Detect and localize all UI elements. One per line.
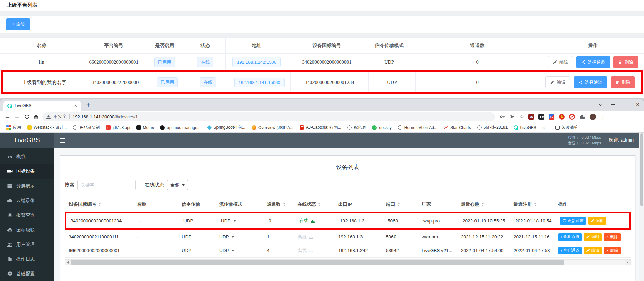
horizontal-scrollbar[interactable] (65, 259, 631, 265)
app-logo[interactable]: LiveGBS (0, 133, 54, 148)
bookmark-item[interactable]: AJ-Captcha: 行为... (296, 125, 344, 130)
bookmark-item[interactable]: Star Charts (440, 125, 474, 130)
col-header-sortable[interactable]: 在线状态 (293, 201, 334, 208)
view-channels-button[interactable]: i查看通道 (558, 247, 582, 254)
bookmark-item[interactable]: 免登录复制 (70, 125, 103, 130)
scroll-left-icon[interactable] (65, 260, 71, 265)
fe-extension-icon[interactable]: FE (549, 114, 554, 120)
sidebar-item-overview[interactable]: 概览 (0, 149, 54, 164)
col-header-sortable[interactable]: 通道数 (263, 201, 293, 208)
sidebar-item-user-management[interactable]: 用户管理 (0, 237, 54, 252)
extensions-puzzle-icon[interactable] (579, 114, 585, 120)
welcome-user[interactable]: 欢迎, admin (609, 137, 634, 143)
traffic-chart-icon[interactable] (309, 235, 313, 239)
adblock-extension-icon[interactable] (569, 114, 575, 120)
address-bar[interactable]: 不安全 192.168.1.141:20000/#/devices/1 (42, 112, 495, 121)
browser-tab[interactable]: LiveGBS × (3, 101, 81, 111)
edit-button[interactable]: 编辑 (584, 247, 602, 254)
sidebar-item-alarm-query[interactable]: 报警查询 (0, 208, 54, 222)
back-icon[interactable]: ← (3, 112, 12, 121)
home-icon[interactable] (31, 112, 41, 121)
bookmark-apps[interactable]: 应用 (3, 125, 24, 130)
view-channels-button[interactable]: i查看通道 (558, 233, 582, 241)
bookmark-item[interactable]: optimus-manage... (157, 125, 204, 130)
key-icon[interactable] (500, 114, 505, 119)
reload-icon[interactable] (22, 112, 31, 121)
vertical-scrollbar[interactable] (639, 133, 644, 281)
col-header-sortable[interactable]: 最近心跳 (457, 201, 510, 208)
edit-button[interactable]: 编辑 (584, 233, 602, 241)
profile-avatar[interactable]: I (590, 114, 596, 120)
reading-list-button[interactable]: 阅读清单 (552, 125, 581, 130)
security-label[interactable]: 不安全 (53, 114, 67, 120)
col-header-sortable[interactable]: 端口 (382, 201, 418, 208)
forward-icon[interactable]: → (12, 112, 22, 121)
sidebar-item-operation-log[interactable]: 操作日志 (0, 252, 54, 266)
select-channel-button[interactable]: 选择通道 (576, 56, 610, 68)
refresh-icon (562, 219, 566, 223)
scrollbar-thumb[interactable] (71, 260, 564, 265)
col-header: 信令传输 (178, 201, 215, 208)
delete-button[interactable]: 删除 (611, 76, 635, 88)
scroll-right-icon[interactable] (625, 260, 630, 265)
bookmark-star-icon[interactable]: ☆ (519, 114, 524, 120)
livegbs-app: LiveGBS 接收 ↑ : 0.037 Mbps 发送 ↓ : 0.021 M… (0, 133, 644, 281)
delete-button[interactable]: 删除 (613, 56, 638, 68)
bookmark-item[interactable]: Overview (JSIP A... (248, 125, 296, 130)
bookmark-item[interactable]: 66国标28181 (474, 125, 511, 130)
glasses-extension-icon[interactable] (538, 114, 544, 120)
col-header-sortable[interactable]: 最近注册 (510, 201, 554, 208)
sidebar-item-basic-config[interactable]: 基础配置 (0, 266, 54, 281)
sidebar-item-split-screen[interactable]: 分屏展示 (0, 179, 54, 193)
globe-icon (398, 125, 402, 130)
browser-menu-icon[interactable]: ⋮ (600, 114, 606, 120)
maximize-icon[interactable] (624, 103, 627, 106)
cell-device-id: 66620000002000000001 (65, 248, 133, 253)
select-channel-button[interactable]: 选择通道 (574, 76, 607, 88)
close-icon[interactable]: × (636, 102, 639, 108)
bookmark-item[interactable]: Home | Vben Ad... (395, 125, 440, 130)
page-title: 上级平台列表 (0, 0, 644, 11)
traffic-chart-icon[interactable] (309, 248, 313, 253)
tab-close-icon[interactable]: × (74, 103, 77, 109)
bookmark-item[interactable]: docsify (369, 125, 395, 130)
col-header-sortable[interactable]: 设备国标编号 (65, 201, 133, 208)
bookmarks-overflow-icon[interactable]: » (540, 125, 548, 130)
add-button[interactable]: +添加 (6, 18, 30, 30)
delete-button[interactable]: ×删除 (604, 233, 621, 241)
red-highlight-box: 上级看到的我的名字 34020000002220000001 已启用 在线 19… (1, 70, 643, 94)
traffic-chart-icon[interactable] (310, 219, 315, 223)
sidebar-item-cloud-record[interactable]: 云端录像 (0, 193, 54, 208)
chevron-down-icon[interactable] (599, 102, 602, 106)
bookmark-item[interactable]: LiveGBS (511, 125, 539, 130)
search-input[interactable] (77, 180, 136, 190)
stream-mode-dropdown[interactable]: UDP (219, 248, 234, 253)
share-icon (581, 60, 585, 64)
stream-mode-dropdown[interactable]: UDP (219, 234, 234, 239)
bookmark-item[interactable]: Motrix (133, 125, 157, 130)
cell-registered: 2021-12-15 11:16 (510, 234, 554, 239)
url-text[interactable]: 192.168.1.141:20000/#/devices/1 (73, 114, 138, 119)
bookmark-item[interactable]: 配色表 (344, 125, 369, 130)
cell-channels: 0 (416, 72, 539, 92)
edit-button[interactable]: 编辑 (545, 76, 570, 88)
sidebar-item-gb-cascade[interactable]: 国标级联 (0, 222, 54, 237)
stream-mode-dropdown[interactable]: UDP (221, 218, 236, 224)
send-icon[interactable] (510, 114, 515, 119)
bookmark-item[interactable]: jdk1.8 api (103, 125, 133, 130)
sidebar-item-gb-devices[interactable]: 国标设备 (0, 164, 54, 179)
scrollbar-thumb[interactable] (640, 133, 643, 206)
update-channels-button[interactable]: 更新通道 (560, 217, 586, 225)
delete-button[interactable]: ×删除 (604, 247, 621, 254)
bookmark-item[interactable]: Webstack - 设计... (24, 125, 70, 130)
hand-blocker-extension-icon[interactable]: ✋ (559, 114, 565, 120)
minimize-icon[interactable] (611, 104, 615, 105)
new-tab-button[interactable]: + (86, 101, 91, 109)
edit-button[interactable]: 编辑 (548, 56, 573, 68)
bookmark-item[interactable]: SpringBoot打包... (204, 125, 248, 130)
edit-button[interactable]: 编辑 (588, 217, 606, 225)
cell-signal: UDP (178, 234, 215, 239)
js-extension-icon[interactable]: JS (528, 114, 534, 120)
hamburger-icon[interactable] (60, 138, 65, 142)
online-status-select[interactable]: 全部 (167, 180, 188, 190)
